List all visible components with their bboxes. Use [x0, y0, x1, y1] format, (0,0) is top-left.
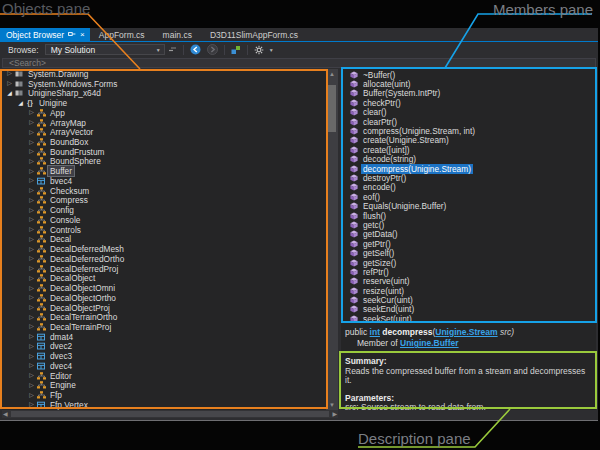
collapse-arrow-icon[interactable]: ◢ [5, 89, 14, 98]
member-item[interactable]: encode() [341, 183, 596, 192]
expand-arrow-icon[interactable]: ▷ [27, 245, 36, 254]
tree-item[interactable]: ▷Decal [2, 234, 326, 244]
scroll-up-icon[interactable]: ▲ [326, 70, 338, 78]
member-item[interactable]: getSize() [341, 258, 596, 267]
member-item[interactable]: Buffer(System.IntPtr) [341, 89, 596, 98]
expand-arrow-icon[interactable]: ▷ [5, 79, 14, 88]
tree-item[interactable]: ▷System.Windows.Forms [2, 79, 326, 89]
tree-item[interactable]: ▷BoundBox [2, 137, 326, 147]
expand-arrow-icon[interactable]: ▷ [5, 69, 14, 78]
expand-arrow-icon[interactable]: ▷ [27, 196, 36, 205]
expand-arrow-icon[interactable]: ▷ [27, 400, 36, 409]
member-item[interactable]: create([uint]) [341, 145, 596, 154]
tree-item[interactable]: ▷Checksum [2, 186, 326, 196]
tree-item[interactable]: ▷dmat4 [2, 332, 326, 342]
tree-item[interactable]: ▷BoundSphere [2, 157, 326, 167]
expand-arrow-icon[interactable]: ▷ [27, 176, 36, 185]
tree-item[interactable]: ▷Compress [2, 196, 326, 206]
add-to-references-icon[interactable] [231, 45, 241, 55]
member-item[interactable]: Equals(Unigine.Buffer) [341, 201, 596, 210]
objects-horizontal-scrollbar[interactable]: ◀ ▶ [2, 410, 338, 418]
tab-d3d11slimappform-cs[interactable]: D3D11SlimAppForm.cs [201, 28, 307, 41]
tree-item[interactable]: ▷Ffp [2, 390, 326, 400]
tree-item[interactable]: ▷BoundFrustum [2, 147, 326, 157]
expand-arrow-icon[interactable]: ▷ [27, 371, 36, 380]
member-item[interactable]: seekEnd(uint) [341, 305, 596, 314]
member-item[interactable]: seekSet(uint) [341, 314, 596, 323]
expand-arrow-icon[interactable]: ▷ [27, 118, 36, 127]
member-item[interactable]: allocate(uint) [341, 79, 596, 88]
tree-item[interactable]: ▷System.Drawing [2, 69, 326, 79]
member-item[interactable]: checkPtr() [341, 98, 596, 107]
tree-item[interactable]: ▷DecalObjectOmni [2, 283, 326, 293]
navigate-forward-icon[interactable] [207, 44, 218, 55]
expand-arrow-icon[interactable]: ▷ [27, 352, 36, 361]
gear-icon[interactable] [254, 45, 264, 55]
tree-item[interactable]: ▷DecalDeferredMesh [2, 244, 326, 254]
tree-item[interactable]: ▷DecalTerrainProj [2, 322, 326, 332]
member-item[interactable]: getData() [341, 230, 596, 239]
tree-item[interactable]: ▷DecalObjectProj [2, 303, 326, 313]
tree-item[interactable]: ◢{}Unigine [2, 98, 326, 108]
member-item[interactable]: ~Buffer() [341, 70, 596, 79]
expand-arrow-icon[interactable]: ▷ [27, 206, 36, 215]
expand-arrow-icon[interactable]: ▷ [27, 108, 36, 117]
scroll-right-icon[interactable]: ▶ [332, 410, 337, 418]
expand-arrow-icon[interactable]: ▷ [27, 138, 36, 147]
expand-arrow-icon[interactable]: ▷ [27, 381, 36, 390]
tab-appform-cs[interactable]: AppForm.cs [90, 28, 154, 41]
tree-item[interactable]: ▷App [2, 108, 326, 118]
tree-item[interactable]: ▷ArrayMap [2, 118, 326, 128]
member-item[interactable]: decompress(Unigine.Stream) [341, 164, 596, 173]
expand-arrow-icon[interactable]: ▷ [27, 225, 36, 234]
tree-item[interactable]: ▷dvec4 [2, 361, 326, 371]
tree-item[interactable]: ▷Editor [2, 371, 326, 381]
expand-arrow-icon[interactable]: ▷ [27, 157, 36, 166]
scroll-down-icon[interactable]: ▼ [326, 401, 338, 409]
tree-item[interactable]: ▷DecalObjectOrtho [2, 293, 326, 303]
expand-arrow-icon[interactable]: ▷ [27, 284, 36, 293]
member-item[interactable]: resize(uint) [341, 286, 596, 295]
scrollbar-thumb[interactable] [11, 411, 329, 417]
expand-arrow-icon[interactable]: ▷ [27, 254, 36, 263]
expand-arrow-icon[interactable]: ▷ [27, 303, 36, 312]
member-item[interactable]: eof() [341, 192, 596, 201]
member-item[interactable]: compress(Unigine.Stream, int) [341, 126, 596, 135]
expand-arrow-icon[interactable]: ▷ [27, 342, 36, 351]
member-item[interactable]: flush() [341, 211, 596, 220]
expand-arrow-icon[interactable]: ▷ [27, 361, 36, 370]
expand-arrow-icon[interactable]: ▷ [27, 128, 36, 137]
scrollbar-thumb[interactable] [328, 85, 336, 132]
member-item[interactable]: refPtr() [341, 267, 596, 276]
member-item[interactable]: create(Unigine.Stream) [341, 136, 596, 145]
tab-object-browser[interactable]: Object Browser × [0, 28, 90, 41]
member-item[interactable]: getSelf() [341, 248, 596, 257]
return-type-link[interactable]: int [370, 327, 380, 337]
tree-item[interactable]: ▷Ffp.Vertex [2, 400, 326, 410]
tree-item[interactable]: ▷Console [2, 215, 326, 225]
expand-arrow-icon[interactable]: ▷ [27, 235, 36, 244]
member-item[interactable]: reserve(uint) [341, 277, 596, 286]
member-item[interactable]: clearPtr() [341, 117, 596, 126]
tree-item[interactable]: ▷dvec2 [2, 342, 326, 352]
expand-arrow-icon[interactable]: ▷ [27, 215, 36, 224]
expand-arrow-icon[interactable]: ▷ [27, 264, 36, 273]
expand-arrow-icon[interactable]: ▷ [27, 293, 36, 302]
tree-item[interactable]: ▷DecalDeferredOrtho [2, 254, 326, 264]
expand-arrow-icon[interactable]: ▷ [27, 274, 36, 283]
scroll-left-icon[interactable]: ◀ [3, 410, 8, 418]
member-item[interactable]: decode(string) [341, 155, 596, 164]
edit-component-set-icon[interactable] [168, 45, 177, 54]
expand-arrow-icon[interactable]: ▷ [27, 186, 36, 195]
navigate-back-icon[interactable] [190, 44, 201, 55]
expand-arrow-icon[interactable]: ▷ [27, 322, 36, 331]
tree-item[interactable]: ▷bvec4 [2, 176, 326, 186]
search-input[interactable] [2, 58, 596, 69]
member-item[interactable]: seekCur(uint) [341, 295, 596, 304]
param-type-link[interactable]: Unigine.Stream [435, 327, 497, 337]
expand-arrow-icon[interactable]: ▷ [27, 313, 36, 322]
tree-item[interactable]: ▷Buffer [2, 166, 326, 176]
member-item[interactable]: clear() [341, 108, 596, 117]
tab-main-cs[interactable]: main.cs [154, 28, 201, 41]
objects-vertical-scrollbar[interactable]: ▲ ▼ [326, 69, 338, 410]
